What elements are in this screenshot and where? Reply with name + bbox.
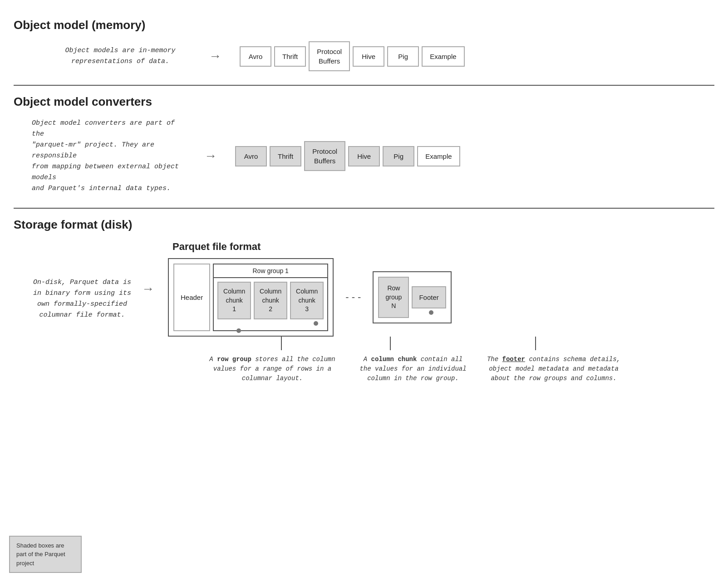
annotations-row: A row group stores all the columnvalues … xyxy=(168,355,626,383)
section3-arrow: → xyxy=(142,282,154,296)
section-object-model-memory: Object model (memory) Object models are … xyxy=(14,9,714,85)
section2-title: Object model converters xyxy=(14,95,714,109)
section2-arrow: → xyxy=(204,149,217,163)
column-chunks-container: Columnchunk1 Columnchunk2 Columnchunk3 xyxy=(214,278,327,323)
row-group-1-box: Row group 1 Columnchunk1 Columnchunk2 Co… xyxy=(213,264,328,331)
col-chunk-1: Columnchunk1 xyxy=(217,282,251,319)
col-chunk-3: Columnchunk3 xyxy=(290,282,324,319)
section3-description: On-disk, Parquet data isin binary form u… xyxy=(32,277,133,321)
legend-box: Shaded boxes are part of the Parquet pro… xyxy=(9,536,82,573)
parquet-file-main-row: Header Row group 1 Columnchunk1 Columnch… xyxy=(168,258,626,337)
connector-lines xyxy=(168,337,626,350)
section-object-model-converters: Object model converters Object model con… xyxy=(14,86,714,208)
section1-arrow: → xyxy=(209,49,221,64)
box2-thrift: Thrift xyxy=(270,146,301,166)
box2-pig: Pig xyxy=(383,146,414,166)
row-group-1-label: Row group 1 xyxy=(214,264,327,278)
box2-hive: Hive xyxy=(348,146,380,166)
row-group-n-box: RowgroupN xyxy=(378,277,409,318)
annotation-footer: The footer contains schema details,objec… xyxy=(481,355,626,383)
dots-separator: - - - xyxy=(341,291,365,303)
box2-protocol-buffers: ProtocolBuffers xyxy=(304,141,345,171)
annotation-column-chunk: A column chunk contain allthe values for… xyxy=(345,355,481,383)
annotation-row-group: A row group stores all the columnvalues … xyxy=(200,355,345,383)
box-protocol-buffers: ProtocolBuffers xyxy=(309,41,350,71)
footer-box: Footer xyxy=(412,286,446,308)
box2-example: Example xyxy=(417,146,460,166)
section1-title: Object model (memory) xyxy=(14,18,714,32)
box-avro: Avro xyxy=(240,46,271,67)
section3-title: Storage format (disk) xyxy=(14,218,714,232)
header-box: Header xyxy=(173,264,210,331)
section3-diagram: Parquet file format Header Row group 1 C… xyxy=(168,241,626,383)
section2-boxes: Avro Thrift ProtocolBuffers Hive Pig Exa… xyxy=(235,141,460,171)
right-boxes-group: RowgroupN Footer xyxy=(373,271,451,323)
section3-left: On-disk, Parquet data isin binary form u… xyxy=(32,241,159,321)
section1-description: Object models are in-memoryrepresentatio… xyxy=(50,45,191,67)
parquet-title: Parquet file format xyxy=(172,241,626,253)
section2-description: Object model converters are part of the"… xyxy=(32,118,186,194)
box-hive: Hive xyxy=(353,46,384,67)
box-example: Example xyxy=(422,46,464,67)
box-thrift: Thrift xyxy=(274,46,306,67)
box2-avro: Avro xyxy=(235,146,267,166)
col-chunk-2: Columnchunk2 xyxy=(254,282,287,319)
box-pig: Pig xyxy=(387,46,419,67)
section-storage-format: Storage format (disk) On-disk, Parquet d… xyxy=(14,209,714,397)
section1-boxes: Avro Thrift ProtocolBuffers Hive Pig Exa… xyxy=(240,41,465,71)
